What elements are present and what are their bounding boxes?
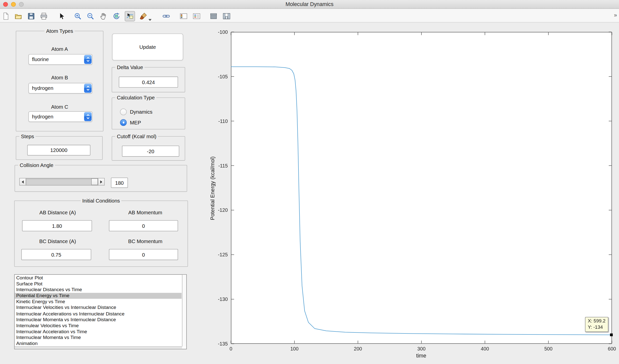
svg-text:-115: -115: [218, 163, 228, 168]
listbox-horizontal-scrollbar[interactable]: [15, 346, 182, 349]
data-tip[interactable]: X: 599.2 Y: -134: [585, 317, 608, 332]
print-button[interactable]: [39, 11, 49, 21]
list-item[interactable]: Internuclear Accelerations vs Internucle…: [15, 311, 182, 317]
svg-text:300: 300: [417, 346, 426, 351]
delta-value-field[interactable]: [119, 77, 178, 88]
steps-field[interactable]: [27, 145, 90, 156]
ab-momentum-field[interactable]: [109, 220, 178, 231]
slider-right-arrow-button[interactable]: [98, 178, 104, 185]
new-document-button[interactable]: [1, 11, 11, 21]
bc-momentum-field[interactable]: [109, 249, 178, 260]
zoom-in-button[interactable]: [73, 11, 83, 21]
svg-text:100: 100: [290, 346, 298, 351]
list-item[interactable]: Internuclear Distances vs Time: [15, 287, 182, 293]
minimize-button[interactable]: [11, 2, 16, 7]
dynamics-radio-row[interactable]: Dynamics: [120, 108, 152, 115]
mep-radio-button[interactable]: [120, 119, 127, 126]
atom-a-value: fluorine: [29, 56, 84, 62]
open-file-button[interactable]: [14, 11, 24, 21]
right-arrow-icon: [100, 180, 102, 184]
pan-button[interactable]: [98, 11, 109, 21]
atom-b-dropdown[interactable]: hydrogen: [29, 83, 92, 94]
collision-angle-slider[interactable]: [19, 178, 105, 186]
atom-c-label: Atom C: [16, 104, 103, 110]
initial-conditions-panel: Initial Conditions AB Distance (A) AB Mo…: [14, 201, 188, 267]
colorbar-icon: [180, 12, 188, 20]
slider-track[interactable]: [26, 178, 98, 185]
atom-types-panel: Atom Types Atom A fluorine Atom B hydrog…: [16, 31, 103, 131]
atom-c-dropdown[interactable]: hydrogen: [29, 111, 92, 122]
slider-left-arrow-button[interactable]: [20, 178, 26, 185]
show-plot-tools-button[interactable]: [221, 11, 232, 21]
list-item[interactable]: Potential Energy vs Time: [15, 293, 182, 299]
brush-icon: [139, 12, 147, 20]
molecular-dynamics-window: Molecular Dynamics: [0, 0, 619, 364]
mep-radio-row[interactable]: MEP: [120, 119, 141, 126]
data-cursor-button[interactable]: [125, 11, 135, 21]
insert-legend-button[interactable]: [192, 11, 202, 21]
slider-thumb[interactable]: [91, 178, 98, 185]
ab-distance-field[interactable]: [22, 220, 92, 231]
initial-conditions-title: Initial Conditions: [81, 198, 121, 204]
zoom-in-icon: [74, 12, 82, 20]
mep-radio-label: MEP: [130, 119, 141, 125]
window-titlebar[interactable]: Molecular Dynamics: [0, 0, 619, 9]
bc-distance-field[interactable]: [21, 249, 91, 260]
list-item[interactable]: Internuclear Momenta vs Time: [15, 335, 182, 341]
ab-momentum-label: AB Momentum: [102, 210, 188, 216]
list-item[interactable]: Animation: [15, 341, 182, 347]
list-item[interactable]: Surface Plot: [15, 281, 182, 287]
listbox-vertical-scrollbar[interactable]: [182, 275, 186, 346]
svg-text:600: 600: [608, 346, 616, 351]
list-item[interactable]: Internuclear Momenta vs Internuclear Dis…: [15, 317, 182, 323]
svg-text:500: 500: [544, 346, 553, 351]
link-plot-button[interactable]: [161, 11, 171, 21]
delta-value-panel: Delta Value: [112, 67, 185, 92]
list-item[interactable]: Contour Plot: [15, 275, 182, 281]
edit-plot-button[interactable]: [56, 11, 67, 21]
data-cursor-icon: [126, 12, 134, 20]
rotate-3d-button[interactable]: [111, 11, 122, 21]
bc-momentum-label: BC Momentum: [102, 238, 188, 244]
list-item[interactable]: Internuclear Acceleration vs Time: [15, 329, 182, 335]
left-arrow-icon: [22, 180, 24, 184]
open-folder-icon: [15, 12, 23, 20]
svg-text:-135: -135: [218, 341, 228, 346]
close-button[interactable]: [3, 2, 8, 7]
save-button[interactable]: [26, 11, 36, 21]
link-chain-icon: [162, 12, 170, 20]
delta-value-title: Delta Value: [115, 64, 144, 70]
show-plot-tools-icon: [223, 12, 231, 20]
print-icon: [40, 12, 48, 20]
update-button[interactable]: Update: [112, 34, 183, 60]
brush-dropdown-caret-icon[interactable]: [148, 15, 152, 22]
steps-title: Steps: [19, 133, 36, 139]
brush-data-button[interactable]: [138, 11, 148, 21]
plot-axes[interactable]: 0100200300400500600-135-130-125-120-115-…: [231, 32, 612, 344]
atom-a-dropdown[interactable]: fluorine: [29, 54, 92, 65]
atom-a-label: Atom A: [16, 46, 103, 52]
zoom-out-button[interactable]: [85, 11, 96, 21]
cutoff-field[interactable]: [122, 146, 179, 157]
insert-colorbar-button[interactable]: [179, 11, 189, 21]
dropdown-arrows-icon: [84, 112, 92, 121]
calculation-type-title: Calculation Type: [115, 95, 156, 101]
cutoff-panel: Cutoff (Kcal/ mol): [112, 136, 185, 161]
data-tip-marker[interactable]: [610, 333, 613, 336]
collision-angle-field[interactable]: [111, 177, 128, 188]
plot-type-listbox[interactable]: Contour PlotSurface PlotInternuclear Dis…: [14, 274, 187, 349]
dynamics-radio-button[interactable]: [120, 108, 127, 115]
toolbar-overflow-icon[interactable]: »: [614, 12, 617, 18]
arrow-cursor-icon: [58, 12, 66, 20]
list-item[interactable]: Internuclear Velocities vs Internuclear …: [15, 305, 182, 311]
atom-b-value: hydrogen: [29, 85, 84, 91]
svg-text:-100: -100: [218, 29, 228, 35]
pan-hand-icon: [99, 12, 107, 20]
list-item[interactable]: Kinetic Energy vs Time: [15, 299, 182, 305]
hide-plot-tools-button[interactable]: [208, 11, 219, 21]
svg-text:-125: -125: [218, 252, 228, 257]
ab-distance-label: AB Distance (A): [15, 210, 101, 216]
zoom-window-button[interactable]: [19, 2, 24, 7]
x-axis-label: time: [401, 353, 441, 359]
list-item[interactable]: Internulear Velocities vs Time: [15, 323, 182, 329]
